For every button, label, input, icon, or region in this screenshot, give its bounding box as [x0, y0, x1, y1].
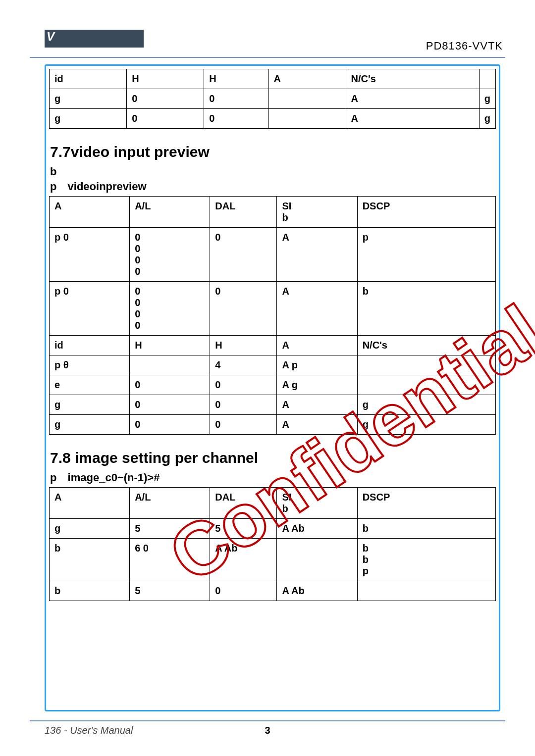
table-row: b6 0A Abb b p — [50, 539, 496, 581]
table-row: g00Ag — [50, 415, 496, 435]
table-row: b50A Ab — [50, 581, 496, 601]
table-row: A A/L DAL SI b DSCP — [50, 488, 496, 519]
page: V PD8136-VVTK id H H A N/C's g 0 0 A g — [0, 0, 535, 756]
table-row: id H H A N/C's — [50, 69, 496, 89]
section-77-title: 7.7video input preview — [50, 144, 496, 160]
brand-bar: V — [45, 30, 144, 48]
table-78: A A/L DAL SI b DSCP g55A Abb b6 0A Abb b… — [49, 487, 496, 601]
section-78-title: 7.8 image setting per channel — [50, 450, 496, 466]
table-row: e00A g — [50, 375, 496, 395]
model-number: PD8136-VVTK — [426, 40, 503, 52]
footer-center: 3 — [0, 725, 535, 736]
table-77: A A/L DAL SI b DSCP p 00 0 0 00Ap p 00 0… — [49, 196, 496, 435]
table-row: p θ4A p — [50, 355, 496, 375]
section-78-group: p image_c0~(n-1)># — [50, 471, 496, 484]
header-rule — [30, 57, 505, 58]
footer-rule — [30, 720, 505, 721]
content-frame: id H H A N/C's g 0 0 A g g 0 0 A — [45, 64, 500, 711]
table-row: idHHAN/C's — [50, 336, 496, 355]
brand-char: V — [45, 30, 54, 43]
top-table: id H H A N/C's g 0 0 A g g 0 0 A — [49, 69, 496, 129]
table-row: g55A Abb — [50, 519, 496, 539]
table-row: g00Ag — [50, 395, 496, 415]
table-row: g 0 0 A g — [50, 109, 496, 129]
table-row: p 00 0 0 00Ap — [50, 228, 496, 282]
table-row: g 0 0 A g — [50, 89, 496, 109]
table-row: A A/L DAL SI b DSCP — [50, 197, 496, 228]
section-77-sub: b — [50, 165, 496, 178]
section-77-group: p videoinpreview — [50, 180, 496, 193]
table-row: p 00 0 0 00Ab — [50, 282, 496, 336]
